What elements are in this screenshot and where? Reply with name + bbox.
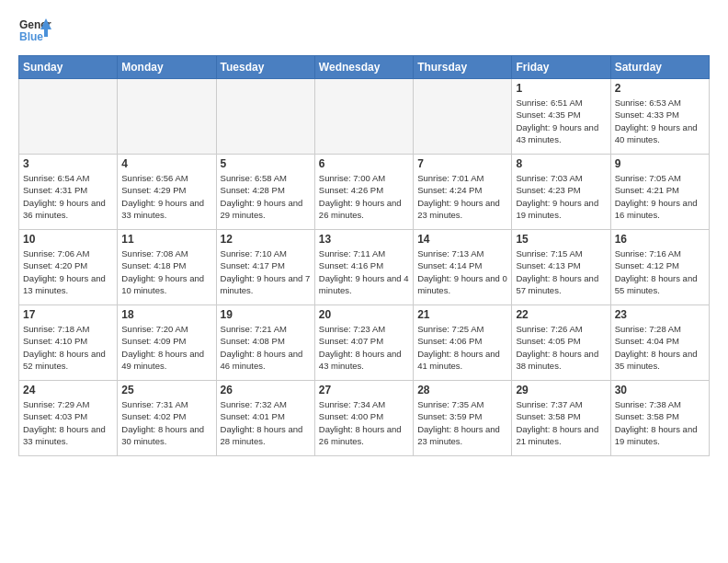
header: General Blue xyxy=(18,15,710,48)
day-number: 14 xyxy=(417,233,507,246)
day-info: Sunrise: 7:26 AM Sunset: 4:05 PM Dayligh… xyxy=(516,323,606,372)
day-number: 20 xyxy=(319,308,409,321)
day-number: 17 xyxy=(23,308,113,321)
day-number: 3 xyxy=(23,157,113,170)
day-number: 10 xyxy=(23,233,113,246)
calendar-day-cell xyxy=(118,79,216,155)
day-info: Sunrise: 6:56 AM Sunset: 4:29 PM Dayligh… xyxy=(121,172,211,221)
day-number: 8 xyxy=(516,157,606,170)
day-info: Sunrise: 7:05 AM Sunset: 4:21 PM Dayligh… xyxy=(615,172,705,221)
calendar-day-cell: 9Sunrise: 7:05 AM Sunset: 4:21 PM Daylig… xyxy=(610,155,709,230)
calendar-week-row: 1Sunrise: 6:51 AM Sunset: 4:35 PM Daylig… xyxy=(19,79,710,155)
calendar-day-cell: 17Sunrise: 7:18 AM Sunset: 4:10 PM Dayli… xyxy=(19,305,118,381)
calendar-table: SundayMondayTuesdayWednesdayThursdayFrid… xyxy=(18,55,710,456)
day-info: Sunrise: 7:11 AM Sunset: 4:16 PM Dayligh… xyxy=(319,247,409,296)
calendar-day-cell xyxy=(314,79,413,155)
day-number: 21 xyxy=(417,308,507,321)
day-info: Sunrise: 6:53 AM Sunset: 4:33 PM Dayligh… xyxy=(615,97,705,145)
weekday-header-tuesday: Tuesday xyxy=(216,56,314,79)
day-info: Sunrise: 7:00 AM Sunset: 4:26 PM Dayligh… xyxy=(319,172,409,221)
calendar-day-cell: 12Sunrise: 7:10 AM Sunset: 4:17 PM Dayli… xyxy=(216,230,314,305)
day-number: 5 xyxy=(221,157,311,170)
calendar-day-cell xyxy=(414,79,512,155)
calendar-day-cell: 18Sunrise: 7:20 AM Sunset: 4:09 PM Dayli… xyxy=(118,305,216,381)
day-number: 6 xyxy=(319,157,409,170)
day-number: 19 xyxy=(221,308,311,321)
day-number: 7 xyxy=(417,157,507,170)
day-info: Sunrise: 7:31 AM Sunset: 4:02 PM Dayligh… xyxy=(121,398,211,447)
day-number: 4 xyxy=(121,157,211,170)
day-number: 24 xyxy=(23,384,113,396)
logo-svg: General Blue xyxy=(18,15,51,48)
day-number: 29 xyxy=(516,384,606,396)
calendar-day-cell: 13Sunrise: 7:11 AM Sunset: 4:16 PM Dayli… xyxy=(314,230,413,305)
calendar-day-cell: 3Sunrise: 6:54 AM Sunset: 4:31 PM Daylig… xyxy=(19,155,118,230)
day-info: Sunrise: 6:58 AM Sunset: 4:28 PM Dayligh… xyxy=(221,172,311,221)
calendar-day-cell: 27Sunrise: 7:34 AM Sunset: 4:00 PM Dayli… xyxy=(314,381,413,456)
weekday-header-row: SundayMondayTuesdayWednesdayThursdayFrid… xyxy=(19,56,710,79)
calendar-week-row: 10Sunrise: 7:06 AM Sunset: 4:20 PM Dayli… xyxy=(19,230,710,305)
calendar-day-cell: 8Sunrise: 7:03 AM Sunset: 4:23 PM Daylig… xyxy=(512,155,610,230)
calendar-day-cell: 30Sunrise: 7:38 AM Sunset: 3:58 PM Dayli… xyxy=(610,381,709,456)
calendar-day-cell: 6Sunrise: 7:00 AM Sunset: 4:26 PM Daylig… xyxy=(314,155,413,230)
calendar-day-cell xyxy=(19,79,118,155)
day-info: Sunrise: 7:34 AM Sunset: 4:00 PM Dayligh… xyxy=(319,398,409,447)
calendar-week-row: 17Sunrise: 7:18 AM Sunset: 4:10 PM Dayli… xyxy=(19,305,710,381)
calendar-day-cell: 2Sunrise: 6:53 AM Sunset: 4:33 PM Daylig… xyxy=(610,79,709,155)
day-info: Sunrise: 7:28 AM Sunset: 4:04 PM Dayligh… xyxy=(615,323,705,372)
day-info: Sunrise: 6:54 AM Sunset: 4:31 PM Dayligh… xyxy=(23,172,113,221)
weekday-header-monday: Monday xyxy=(118,56,216,79)
day-number: 26 xyxy=(221,384,311,396)
day-number: 30 xyxy=(615,384,705,396)
calendar-week-row: 3Sunrise: 6:54 AM Sunset: 4:31 PM Daylig… xyxy=(19,155,710,230)
calendar-day-cell: 14Sunrise: 7:13 AM Sunset: 4:14 PM Dayli… xyxy=(414,230,512,305)
calendar-day-cell: 23Sunrise: 7:28 AM Sunset: 4:04 PM Dayli… xyxy=(610,305,709,381)
day-number: 22 xyxy=(516,308,606,321)
calendar-day-cell: 4Sunrise: 6:56 AM Sunset: 4:29 PM Daylig… xyxy=(118,155,216,230)
day-info: Sunrise: 6:51 AM Sunset: 4:35 PM Dayligh… xyxy=(516,97,606,145)
day-number: 23 xyxy=(615,308,705,321)
day-info: Sunrise: 7:25 AM Sunset: 4:06 PM Dayligh… xyxy=(417,323,507,372)
day-number: 16 xyxy=(615,233,705,246)
calendar-day-cell: 7Sunrise: 7:01 AM Sunset: 4:24 PM Daylig… xyxy=(414,155,512,230)
calendar-day-cell: 15Sunrise: 7:15 AM Sunset: 4:13 PM Dayli… xyxy=(512,230,610,305)
day-number: 11 xyxy=(121,233,211,246)
calendar-day-cell: 5Sunrise: 6:58 AM Sunset: 4:28 PM Daylig… xyxy=(216,155,314,230)
day-number: 2 xyxy=(615,82,705,95)
logo: General Blue xyxy=(18,15,51,48)
day-info: Sunrise: 7:37 AM Sunset: 3:58 PM Dayligh… xyxy=(516,398,606,447)
calendar-day-cell: 21Sunrise: 7:25 AM Sunset: 4:06 PM Dayli… xyxy=(414,305,512,381)
day-info: Sunrise: 7:20 AM Sunset: 4:09 PM Dayligh… xyxy=(121,323,211,372)
day-number: 13 xyxy=(319,233,409,246)
day-number: 25 xyxy=(121,384,211,396)
day-number: 27 xyxy=(319,384,409,396)
weekday-header-friday: Friday xyxy=(512,56,610,79)
day-number: 18 xyxy=(121,308,211,321)
day-number: 15 xyxy=(516,233,606,246)
calendar-page: General Blue SundayMondayTuesdayWednesda… xyxy=(0,0,728,563)
weekday-header-thursday: Thursday xyxy=(414,56,512,79)
day-info: Sunrise: 7:35 AM Sunset: 3:59 PM Dayligh… xyxy=(417,398,507,447)
calendar-week-row: 24Sunrise: 7:29 AM Sunset: 4:03 PM Dayli… xyxy=(19,381,710,456)
calendar-day-cell: 28Sunrise: 7:35 AM Sunset: 3:59 PM Dayli… xyxy=(414,381,512,456)
calendar-day-cell: 22Sunrise: 7:26 AM Sunset: 4:05 PM Dayli… xyxy=(512,305,610,381)
day-info: Sunrise: 7:08 AM Sunset: 4:18 PM Dayligh… xyxy=(121,247,211,296)
day-info: Sunrise: 7:38 AM Sunset: 3:58 PM Dayligh… xyxy=(615,398,705,447)
weekday-header-sunday: Sunday xyxy=(19,56,118,79)
day-info: Sunrise: 7:15 AM Sunset: 4:13 PM Dayligh… xyxy=(516,247,606,296)
calendar-day-cell: 19Sunrise: 7:21 AM Sunset: 4:08 PM Dayli… xyxy=(216,305,314,381)
day-info: Sunrise: 7:23 AM Sunset: 4:07 PM Dayligh… xyxy=(319,323,409,372)
day-info: Sunrise: 7:32 AM Sunset: 4:01 PM Dayligh… xyxy=(221,398,311,447)
day-info: Sunrise: 7:01 AM Sunset: 4:24 PM Dayligh… xyxy=(417,172,507,221)
svg-text:Blue: Blue xyxy=(19,30,43,43)
calendar-day-cell: 1Sunrise: 6:51 AM Sunset: 4:35 PM Daylig… xyxy=(512,79,610,155)
calendar-day-cell xyxy=(216,79,314,155)
day-info: Sunrise: 7:03 AM Sunset: 4:23 PM Dayligh… xyxy=(516,172,606,221)
calendar-day-cell: 10Sunrise: 7:06 AM Sunset: 4:20 PM Dayli… xyxy=(19,230,118,305)
weekday-header-saturday: Saturday xyxy=(610,56,709,79)
day-info: Sunrise: 7:18 AM Sunset: 4:10 PM Dayligh… xyxy=(23,323,113,372)
day-number: 9 xyxy=(615,157,705,170)
day-info: Sunrise: 7:06 AM Sunset: 4:20 PM Dayligh… xyxy=(23,247,113,296)
day-number: 12 xyxy=(221,233,311,246)
day-info: Sunrise: 7:21 AM Sunset: 4:08 PM Dayligh… xyxy=(221,323,311,372)
